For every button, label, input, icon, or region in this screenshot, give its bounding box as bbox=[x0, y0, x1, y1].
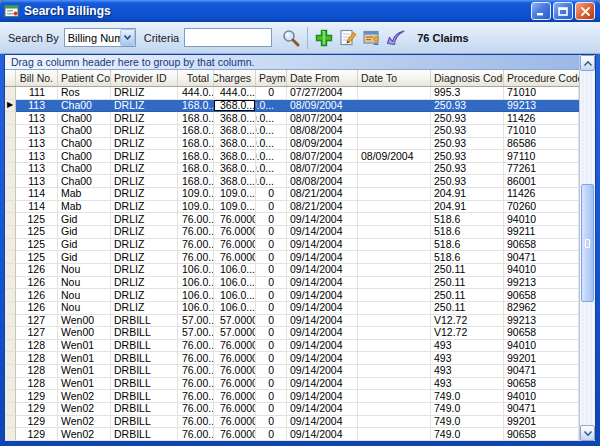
cell[interactable]: 204.91 bbox=[431, 201, 504, 214]
cell[interactable] bbox=[358, 226, 431, 239]
cell[interactable]: DRLIZ bbox=[111, 302, 178, 315]
table-row[interactable]: 113Cha00DRLIZ168.0...368.0...200.0...08/… bbox=[5, 175, 579, 188]
cell[interactable]: Wen00 bbox=[58, 327, 111, 340]
column-header[interactable]: Charges bbox=[214, 70, 256, 86]
cell[interactable]: 368.0... bbox=[214, 138, 256, 151]
cell[interactable]: 0 bbox=[256, 264, 287, 277]
cell[interactable]: Gid bbox=[58, 213, 111, 226]
cell[interactable]: DRLIZ bbox=[111, 112, 178, 125]
cell[interactable]: 99201 bbox=[504, 416, 579, 429]
cell[interactable]: 76.0000 bbox=[214, 251, 256, 264]
cell[interactable]: 129 bbox=[16, 403, 58, 416]
cell[interactable]: 82962 bbox=[504, 302, 579, 315]
table-row[interactable]: 126NouDRLIZ106.0...106.0...009/14/200425… bbox=[5, 302, 579, 315]
chevron-down-icon[interactable] bbox=[120, 29, 135, 46]
cell[interactable]: 76.00... bbox=[178, 416, 214, 429]
cell[interactable]: 76.0000 bbox=[214, 239, 256, 252]
cell[interactable]: 250.93 bbox=[431, 100, 504, 113]
cell[interactable]: 200.0... bbox=[256, 175, 287, 188]
cell[interactable]: Wen02 bbox=[58, 403, 111, 416]
cell[interactable]: 113 bbox=[16, 138, 58, 151]
cell[interactable]: 493 bbox=[431, 352, 504, 365]
cell[interactable] bbox=[358, 340, 431, 353]
cell[interactable]: 168.0... bbox=[178, 150, 214, 163]
cell[interactable]: 250.11 bbox=[431, 264, 504, 277]
cell[interactable]: 126 bbox=[16, 289, 58, 302]
scrollbar-track[interactable] bbox=[580, 71, 595, 425]
table-row[interactable]: 129Wen02DRBILL76.00...76.0000009/14/2004… bbox=[5, 428, 579, 441]
cell[interactable]: 749.0 bbox=[431, 403, 504, 416]
cell[interactable]: 126 bbox=[16, 277, 58, 290]
row-indicator[interactable] bbox=[5, 175, 16, 188]
cell[interactable] bbox=[358, 428, 431, 441]
cell[interactable]: 106.0... bbox=[178, 289, 214, 302]
search-icon[interactable] bbox=[280, 26, 302, 50]
row-indicator[interactable] bbox=[5, 150, 16, 163]
cell[interactable]: 0 bbox=[256, 403, 287, 416]
cell[interactable]: 106.0... bbox=[214, 277, 256, 290]
row-indicator[interactable] bbox=[5, 87, 16, 100]
cell[interactable]: 08/08/2004 bbox=[287, 175, 358, 188]
cell[interactable]: Cha00 bbox=[58, 163, 111, 176]
cell[interactable]: DRLIZ bbox=[111, 163, 178, 176]
cell[interactable] bbox=[358, 264, 431, 277]
cell[interactable]: 99213 bbox=[504, 315, 579, 328]
cell[interactable] bbox=[358, 100, 431, 113]
cell[interactable]: DRBILL bbox=[111, 365, 178, 378]
column-header[interactable]: Date From bbox=[287, 70, 358, 86]
cell[interactable] bbox=[358, 87, 431, 100]
cell[interactable]: DRLIZ bbox=[111, 251, 178, 264]
add-icon[interactable] bbox=[313, 26, 335, 50]
cell[interactable]: 200.0... bbox=[256, 138, 287, 151]
cell[interactable]: 200.0... bbox=[256, 163, 287, 176]
table-row[interactable]: 125GidDRLIZ76.00...76.0000009/14/2004518… bbox=[5, 239, 579, 252]
cell[interactable]: 128 bbox=[16, 365, 58, 378]
cell[interactable]: 518.6 bbox=[431, 226, 504, 239]
cell[interactable]: V12.72 bbox=[431, 327, 504, 340]
cell[interactable]: 09/14/2004 bbox=[287, 327, 358, 340]
row-indicator[interactable] bbox=[5, 315, 16, 328]
cell[interactable]: 94010 bbox=[504, 340, 579, 353]
row-indicator[interactable] bbox=[5, 112, 16, 125]
cell[interactable]: 125 bbox=[16, 226, 58, 239]
cell[interactable]: 11426 bbox=[504, 112, 579, 125]
table-row[interactable]: 125GidDRLIZ76.00...76.0000009/14/2004518… bbox=[5, 251, 579, 264]
cell[interactable]: DRLIZ bbox=[111, 213, 178, 226]
cell[interactable]: DRLIZ bbox=[111, 87, 178, 100]
table-row[interactable]: 111RosDRLIZ444.0...444.0...007/27/200499… bbox=[5, 87, 579, 100]
row-indicator[interactable] bbox=[5, 188, 16, 201]
cell[interactable]: 09/14/2004 bbox=[287, 416, 358, 429]
cell[interactable]: Wen00 bbox=[58, 315, 111, 328]
cell[interactable]: 09/14/2004 bbox=[287, 264, 358, 277]
cell[interactable]: DRLIZ bbox=[111, 277, 178, 290]
table-row[interactable]: 114MabDRLIZ109.0...109.0...008/21/200420… bbox=[5, 201, 579, 214]
column-header[interactable]: Procedure Code bbox=[504, 70, 586, 86]
cell[interactable]: 08/09/2004 bbox=[287, 100, 358, 113]
cell[interactable]: 90471 bbox=[504, 251, 579, 264]
row-indicator[interactable] bbox=[5, 289, 16, 302]
cell[interactable]: Cha00 bbox=[58, 150, 111, 163]
cell[interactable] bbox=[358, 365, 431, 378]
cell[interactable]: 94010 bbox=[504, 213, 579, 226]
cell[interactable]: 90658 bbox=[504, 239, 579, 252]
cell[interactable]: 113 bbox=[16, 150, 58, 163]
cell[interactable]: 106.0... bbox=[178, 264, 214, 277]
row-indicator[interactable] bbox=[5, 416, 16, 429]
cell[interactable]: 109.0... bbox=[178, 201, 214, 214]
table-row[interactable]: 113Cha00DRLIZ168.0...368.0...200.0...08/… bbox=[5, 112, 579, 125]
row-indicator[interactable] bbox=[5, 428, 16, 441]
cell[interactable]: 250.93 bbox=[431, 175, 504, 188]
cell[interactable] bbox=[358, 352, 431, 365]
cell[interactable]: 76.0000 bbox=[214, 378, 256, 391]
cell[interactable] bbox=[358, 239, 431, 252]
cell[interactable]: 76.00... bbox=[178, 365, 214, 378]
cell[interactable]: 126 bbox=[16, 264, 58, 277]
cell[interactable]: 113 bbox=[16, 163, 58, 176]
cell[interactable]: 250.93 bbox=[431, 125, 504, 138]
scroll-down-icon[interactable] bbox=[580, 425, 595, 441]
cell[interactable]: 113 bbox=[16, 112, 58, 125]
cell[interactable]: Nou bbox=[58, 277, 111, 290]
row-indicator-header[interactable] bbox=[5, 70, 16, 86]
cell[interactable]: Nou bbox=[58, 289, 111, 302]
cell[interactable]: 114 bbox=[16, 201, 58, 214]
